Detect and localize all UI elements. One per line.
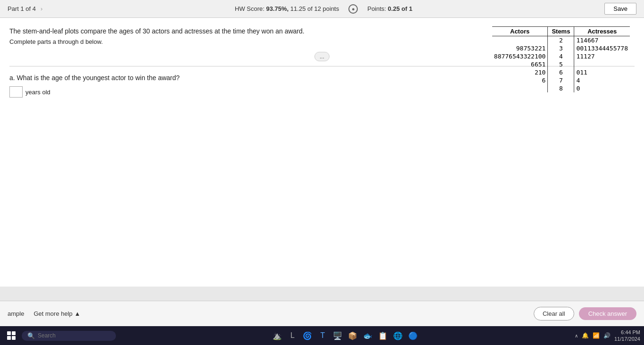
taskbar-right: ∧ 🔔 📶 🔊 6:44 PM 11/17/2024 [575, 329, 640, 343]
actresses-cell: 00113344455778 [574, 44, 630, 52]
actors-cell: 210 [492, 68, 548, 76]
actresses-cell [574, 60, 630, 68]
save-button[interactable]: Save [604, 3, 636, 15]
bottom-bar: ample Get more help ▲ Clear all Check an… [0, 301, 644, 326]
taskbar-icon-9[interactable]: 🌐 [392, 329, 404, 342]
actors-cell: 88776543322100 [492, 52, 548, 60]
actresses-cell: 0 [574, 84, 630, 92]
stem-leaf-row: 2114667 [492, 36, 630, 45]
actresses-header: Actresses [574, 27, 630, 36]
chevron-right-icon: › [41, 5, 42, 12]
actors-cell [492, 84, 548, 92]
tray-arrow-icon[interactable]: ∧ [575, 333, 578, 338]
actors-cell: 6651 [492, 60, 548, 68]
tray-bell-icon[interactable]: 🔔 [582, 332, 589, 339]
stem-leaf-row: 66515 [492, 60, 630, 68]
stem-cell: 3 [548, 44, 574, 52]
top-bar-left: Part 1 of 4 › [8, 5, 42, 12]
taskbar-icon-6[interactable]: 📦 [347, 329, 359, 342]
taskbar-search-box[interactable]: 🔍 [22, 331, 116, 341]
windows-logo-icon [7, 331, 16, 340]
points: Points: 0.25 of 1 [367, 5, 412, 12]
stem-leaf-row: 674 [492, 76, 630, 84]
actresses-cell: 114667 [574, 36, 630, 45]
stem-cell: 4 [548, 52, 574, 60]
get-more-help-button[interactable]: Get more help ▲ [33, 310, 80, 317]
bottom-right: Clear all Check answer [534, 307, 636, 320]
time: 6:44 PM [614, 329, 640, 336]
actors-header: Actors [492, 27, 548, 36]
actresses-cell: 011 [574, 68, 630, 76]
wifi-icon[interactable]: 📶 [593, 332, 600, 339]
years-old-input[interactable] [9, 86, 23, 98]
volume-icon[interactable]: 🔊 [603, 332, 611, 339]
taskbar-icon-8[interactable]: 📋 [377, 329, 389, 342]
taskbar-center: ⛰️ L 🌀 T 🖥️ 📦 🐟 📋 🌐 🔵 [271, 329, 419, 342]
stem-leaf-row: 88776543322100411127 [492, 52, 630, 60]
bottom-left: ample Get more help ▲ [8, 310, 81, 317]
stem-cell: 6 [548, 68, 574, 76]
taskbar-search-input[interactable] [38, 332, 104, 339]
time-display[interactable]: 6:44 PM 11/17/2024 [614, 329, 640, 343]
stem-leaf-row: 2106011 [492, 68, 630, 76]
top-bar: Part 1 of 4 › HW Score: 93.75%, 11.25 of… [0, 0, 644, 18]
stem-cell: 5 [548, 60, 574, 68]
taskbar: 🔍 ⛰️ L 🌀 T 🖥️ 📦 🐟 📋 🌐 🔵 ∧ 🔔 📶 🔊 6:44 PM … [0, 326, 644, 345]
taskbar-icon-7[interactable]: 🐟 [362, 329, 374, 342]
actors-cell [492, 36, 548, 45]
taskbar-icon-4[interactable]: T [316, 329, 329, 342]
part-label: Part 1 of 4 [8, 5, 36, 12]
stem-leaf-row: 98753221300113344455778 [492, 44, 630, 52]
stem-leaf-container: Actors Stems Actresses 21146679875322130… [492, 26, 630, 92]
taskbar-icon-5[interactable]: 🖥️ [331, 329, 344, 342]
actors-cell: 6 [492, 76, 548, 84]
years-old-label: years old [25, 89, 50, 96]
info-icon[interactable]: ● [348, 4, 358, 14]
clear-all-button[interactable]: Clear all [534, 307, 574, 320]
check-answer-button[interactable]: Check answer [579, 307, 636, 320]
date: 11/17/2024 [614, 336, 640, 342]
windows-start-button[interactable] [4, 328, 19, 343]
stem-cell: 7 [548, 76, 574, 84]
actresses-cell: 4 [574, 76, 630, 84]
stem-leaf-table: Actors Stems Actresses 21146679875322130… [492, 26, 630, 92]
taskbar-left: 🔍 [4, 328, 116, 343]
main-content: The stem-and-leaf plots compare the ages… [0, 18, 644, 287]
taskbar-icon-1[interactable]: ⛰️ [271, 329, 283, 342]
top-bar-center: HW Score: 93.75%, 11.25 of 12 points ● P… [235, 4, 413, 14]
search-icon: 🔍 [27, 332, 35, 339]
stems-header: Stems [548, 27, 574, 36]
taskbar-icon-2[interactable]: L [286, 329, 298, 342]
actors-cell: 98753221 [492, 44, 548, 52]
ample-label: ample [8, 310, 24, 317]
taskbar-icon-10[interactable]: 🔵 [407, 329, 419, 342]
top-bar-right: Save [604, 3, 636, 15]
hw-score: HW Score: 93.75%, 11.25 of 12 points [235, 5, 339, 12]
arrow-up-icon: ▲ [74, 310, 81, 317]
stem-cell: 8 [548, 84, 574, 92]
actresses-cell: 11127 [574, 52, 630, 60]
taskbar-icon-3[interactable]: 🌀 [301, 329, 314, 342]
more-button[interactable]: ... [314, 52, 330, 61]
stem-cell: 2 [548, 36, 574, 45]
stem-leaf-row: 80 [492, 84, 630, 92]
